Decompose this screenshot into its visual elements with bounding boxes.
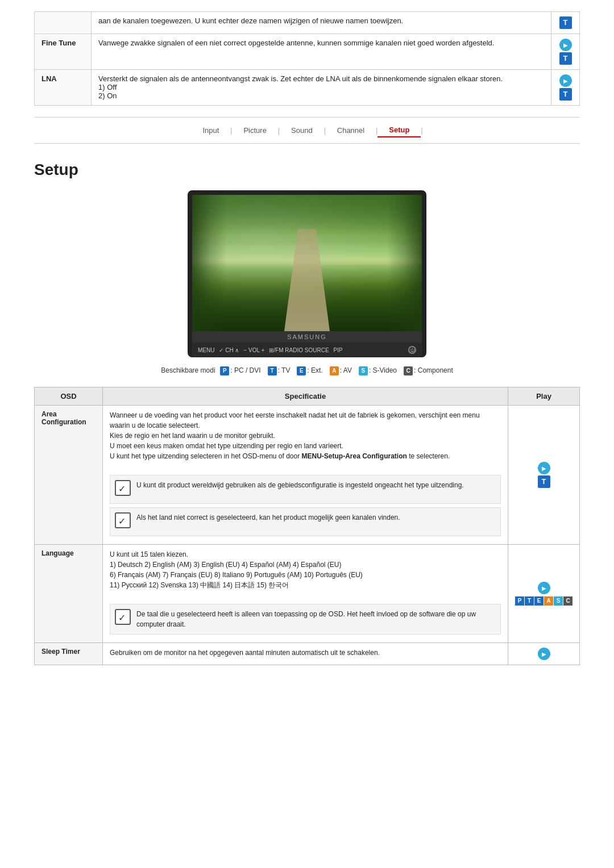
icon-stack: T [558, 74, 572, 101]
icon-stack-area: T [515, 462, 572, 488]
bold-text: MENU-Setup-Area Configuration [302, 452, 407, 460]
badge-c: C [563, 596, 572, 606]
t-icon: T [538, 475, 550, 488]
nav-sound[interactable]: Sound [280, 124, 324, 137]
icon-cell: T [551, 34, 580, 70]
info-text-2: Als het land niet correct is geselecteer… [136, 512, 400, 523]
col-osd: OSD [35, 387, 103, 406]
t-icon: T [559, 16, 572, 29]
mode-c-icon: C [404, 366, 413, 375]
mode-s-icon: S [359, 366, 368, 375]
play-cell-language: P T E A S C [508, 545, 580, 643]
col-spec: Specificatie [103, 387, 508, 406]
badge-e: E [534, 596, 544, 606]
arrow-icon [559, 74, 572, 87]
tv-screen [192, 195, 422, 331]
mode-a-icon: A [330, 366, 339, 375]
row-label: Fine Tune [35, 34, 92, 70]
info-box-2: Als het land niet correct is geselecteer… [110, 507, 501, 536]
nav-input[interactable]: Input [191, 124, 230, 137]
mode-bar: Beschikbare modi P: PC / DVI T: TV E: Ex… [34, 366, 580, 375]
info-text-lang: De taal die u geselecteerd heeft is alle… [136, 609, 496, 629]
info-box-lang: De taal die u geselecteerd heeft is alle… [110, 604, 501, 635]
nav-bar: Input | Picture | Sound | Channel | Setu… [34, 117, 580, 144]
osd-table: OSD Specificatie Play AreaConfiguration … [34, 387, 580, 665]
nav-picture[interactable]: Picture [232, 124, 277, 137]
badge-t: T [525, 596, 534, 606]
row-label-area: AreaConfiguration [35, 406, 103, 545]
row-content: Vanwege zwakke signalen of een niet corr… [92, 34, 551, 70]
play-cell-area: T [508, 406, 580, 545]
col-play: Play [508, 387, 580, 406]
tv-wrapper: SAMSUNG MENU ✓ CH ∧ − VOL + ⊞/FM RADIO S… [188, 190, 426, 357]
play-cell-sleep [508, 643, 580, 665]
row-label-language: Language [35, 545, 103, 643]
row-content: Versterkt de signalen als de antenneontv… [92, 70, 551, 106]
row-content-language: U kunt uit 15 talen kiezen. 1) Deutsch 2… [103, 545, 508, 643]
badge-row: P T E A S C [515, 596, 572, 606]
tv-controls: MENU ✓ CH ∧ − VOL + ⊞/FM RADIO SOURCE PI… [192, 343, 422, 357]
setup-title: Setup [34, 161, 580, 179]
table-row: Fine Tune Vanwege zwakke signalen of een… [35, 34, 580, 70]
arrow-icon [538, 462, 550, 474]
table-row: AreaConfiguration Wanneer u de voeding v… [35, 406, 580, 545]
checkmark-icon-lang [115, 609, 131, 628]
badge-a: A [544, 596, 553, 606]
arrow-icon [538, 582, 550, 594]
badge-s: S [554, 596, 563, 606]
row-label-sleep: Sleep Timer [35, 643, 103, 665]
tv-container: SAMSUNG MENU ✓ CH ∧ − VOL + ⊞/FM RADIO S… [34, 190, 580, 357]
table-row: Language U kunt uit 15 talen kiezen. 1) … [35, 545, 580, 643]
row-label: LNA [35, 70, 92, 106]
t-icon: T [559, 88, 572, 101]
checkmark-icon-2 [115, 512, 131, 531]
arrow-icon [538, 648, 550, 660]
icon-stack: T [558, 39, 572, 65]
row-label [35, 12, 92, 34]
table-row: LNA Versterkt de signalen als de antenne… [35, 70, 580, 106]
tv-fm-radio: ⊞/FM RADIO SOURCE [269, 347, 329, 353]
info-text-1: U kunt dit product wereldwijd gebruiken … [136, 480, 464, 490]
mode-e-icon: E [297, 366, 306, 375]
icon-cell: T [551, 70, 580, 106]
mode-p-icon: P [220, 366, 229, 375]
table-row: Sleep Timer Gebruiken om de monitor na h… [35, 643, 580, 665]
setup-section: Setup SAMSUNG MENU ✓ CH ∧ − VOL + ⊞/FM R… [34, 161, 580, 665]
page-wrapper: aan de kanalen toegewezen. U kunt echter… [0, 0, 614, 677]
info-box-1: U kunt dit product wereldwijd gebruiken … [110, 475, 501, 504]
tv-power-button[interactable]: ⏻ [408, 346, 416, 354]
table-row: aan de kanalen toegewezen. U kunt echter… [35, 12, 580, 34]
icon-cell: T [551, 12, 580, 34]
nav-channel[interactable]: Channel [326, 124, 376, 137]
top-table: aan de kanalen toegewezen. U kunt echter… [34, 11, 580, 106]
tv-ch-controls: ✓ CH ∧ [219, 347, 239, 353]
table-header-row: OSD Specificatie Play [35, 387, 580, 406]
tv-menu-label: MENU [198, 347, 214, 353]
tv-vol-controls: − VOL + [243, 347, 264, 353]
row-content-sleep: Gebruiken om de monitor na het opgegeven… [103, 643, 508, 665]
row-content-area: Wanneer u de voeding van het product voo… [103, 406, 508, 545]
row-content: aan de kanalen toegewezen. U kunt echter… [92, 12, 551, 34]
checkmark-icon-1 [115, 480, 131, 499]
arrow-icon [559, 39, 572, 51]
t-icon: T [559, 52, 572, 65]
badge-p: P [515, 596, 524, 606]
tv-pip: PIP [334, 347, 343, 353]
mode-t-icon: T [268, 366, 277, 375]
nav-setup[interactable]: Setup [377, 123, 421, 137]
tv-brand: SAMSUNG [192, 331, 422, 343]
